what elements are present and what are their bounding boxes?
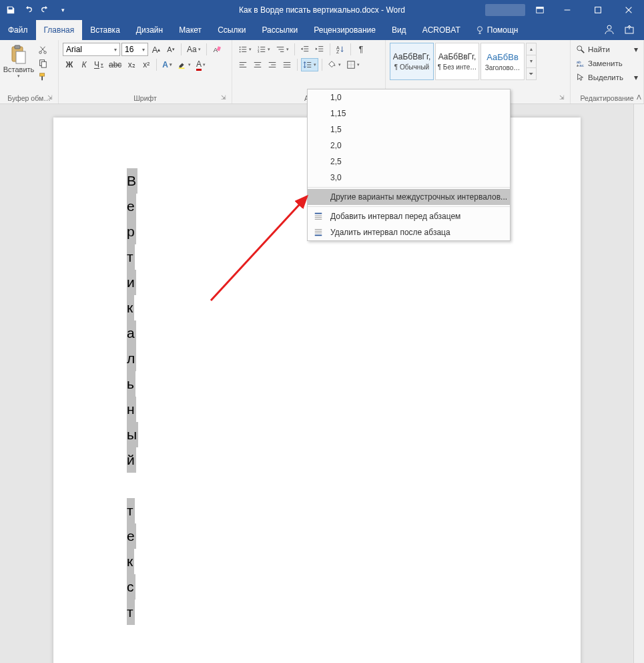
copy-button[interactable] [36,57,49,69]
undo-button[interactable] [20,2,36,18]
clipboard-icon [8,44,29,65]
vertical-scrollbar[interactable] [633,104,644,663]
quick-access-toolbar: ▾ [0,2,73,18]
line-spacing-button[interactable]: ▾ [301,58,318,71]
cut-button[interactable] [36,44,49,56]
text-character: т [127,244,138,270]
font-color-button[interactable]: A▾ [194,58,208,71]
align-center-button[interactable] [251,58,264,71]
text-effects-button[interactable]: A▾ [160,58,174,71]
tab-view[interactable]: Вид [384,20,414,40]
svg-point-6 [477,27,482,31]
clear-formatting-button[interactable]: A [210,43,224,56]
grow-font-button[interactable]: A▴ [149,43,163,56]
shrink-font-button[interactable]: A▾ [164,43,178,56]
strikethrough-button[interactable]: abc [107,58,123,71]
spacing-option-2-5[interactable]: 2,5 [308,154,510,170]
group-label-font: Шрифт⇲ [63,94,228,103]
bold-button[interactable]: Ж [63,58,76,71]
style-heading1[interactable]: АаБбВв Заголово… [480,43,525,80]
svg-point-29 [240,51,241,53]
multilevel-list-button[interactable]: ▾ [274,43,291,56]
spacing-option-3-0[interactable]: 3,0 [308,170,510,186]
account-icon[interactable] [604,24,615,37]
svg-rect-20 [40,73,45,76]
superscript-button[interactable]: x² [139,58,153,71]
find-button[interactable]: Найти▾ [575,43,639,56]
shading-button[interactable]: ▾ [326,58,343,71]
add-space-before-paragraph[interactable]: Добавить интервал перед абзацем [308,208,510,224]
select-button[interactable]: Выделить▾ [575,71,639,84]
ribbon-tabs: Файл Главная Вставка Дизайн Макет Ссылки… [0,20,644,40]
spacing-option-1-0[interactable]: 1,0 [308,89,510,105]
tab-file[interactable]: Файл [0,20,36,40]
font-name-combo[interactable]: Arial▾ [63,43,120,56]
spacing-option-2-0[interactable]: 2,0 [308,138,510,154]
svg-point-9 [607,25,611,29]
style-normal[interactable]: АаБбВвГг, ¶ Обычный [390,43,434,80]
user-account-block[interactable] [485,4,525,16]
save-button[interactable] [3,2,19,18]
remove-space-after-paragraph[interactable]: Удалить интервал после абзаца [308,224,510,240]
numbering-button[interactable]: 123▾ [255,43,272,56]
collapse-ribbon-button[interactable]: ᐱ [637,93,641,101]
share-icon[interactable] [624,24,635,37]
group-editing: Найти▾ abac Заменить Выделить▾ Редактиро… [571,40,644,103]
font-dialog-launcher[interactable]: ⇲ [220,94,228,102]
italic-button[interactable]: К [77,58,91,71]
align-right-button[interactable] [266,58,279,71]
replace-button[interactable]: abac Заменить [575,57,639,70]
text-character: т [127,498,138,523]
tab-review[interactable]: Рецензирование [306,20,384,40]
tab-references[interactable]: Ссылки [210,20,254,40]
ribbon-display-options-button[interactable] [532,2,548,18]
title-bar: ▾ Как в Ворде писать вертикально.docx - … [0,0,644,20]
svg-point-27 [240,49,241,50]
highlight-button[interactable]: ▾ [176,58,193,71]
tab-acrobat[interactable]: ACROBAT [414,20,468,40]
show-hide-marks-button[interactable]: ¶ [354,43,368,56]
tell-me-label: Помощн [487,25,519,35]
spacing-option-1-5[interactable]: 1,5 [308,122,510,138]
style-no-spacing[interactable]: АаБбВвГг, ¶ Без инте… [435,43,479,80]
subscript-button[interactable]: x₂ [125,58,138,71]
tab-mailings[interactable]: Рассылки [254,20,306,40]
minimize-button[interactable] [552,0,583,20]
window-controls [552,0,644,20]
underline-button[interactable]: Ч▾ [92,58,105,71]
borders-button[interactable]: ▾ [344,58,362,71]
styles-dialog-launcher[interactable]: ⇲ [558,94,566,102]
svg-rect-19 [41,61,46,67]
tab-layout[interactable]: Макет [171,20,210,40]
close-button[interactable] [613,0,644,20]
decrease-indent-button[interactable] [298,43,312,56]
sort-button[interactable]: AZ [334,43,347,56]
svg-text:ac: ac [579,63,583,67]
spacing-more-options[interactable]: Другие варианты междустрочных интервалов… [308,189,510,205]
format-painter-button[interactable] [36,71,49,83]
group-clipboard: Вставить ▾ Буфер обм…⇲ [0,40,59,103]
svg-rect-3 [595,7,601,13]
text-character: л [127,346,138,371]
tab-home[interactable]: Главная [36,20,83,40]
font-size-combo[interactable]: 16▾ [121,43,148,56]
spacing-option-1-15[interactable]: 1,15 [308,105,510,122]
svg-rect-1 [537,7,544,9]
qat-customize-button[interactable]: ▾ [55,2,71,18]
increase-indent-button[interactable] [313,43,326,56]
paste-button[interactable]: Вставить ▾ [4,43,33,83]
tab-design[interactable]: Дизайн [128,20,171,40]
align-left-button[interactable] [236,58,250,71]
tell-me-search[interactable]: Помощн [468,20,525,40]
redo-button[interactable] [37,2,53,18]
bullets-button[interactable]: ▾ [236,43,254,56]
text-character: а [127,320,138,346]
tab-insert[interactable]: Вставка [82,20,128,40]
text-character: и [127,270,138,295]
clipboard-dialog-launcher[interactable]: ⇲ [46,94,54,102]
justify-button[interactable] [280,58,294,71]
change-case-button[interactable]: Aa▾ [185,43,203,56]
maximize-button[interactable] [583,0,613,20]
styles-gallery-more[interactable]: ▴▾⏷ [526,43,537,80]
window-title: Как в Ворде писать вертикально.docx - Wo… [239,5,405,15]
